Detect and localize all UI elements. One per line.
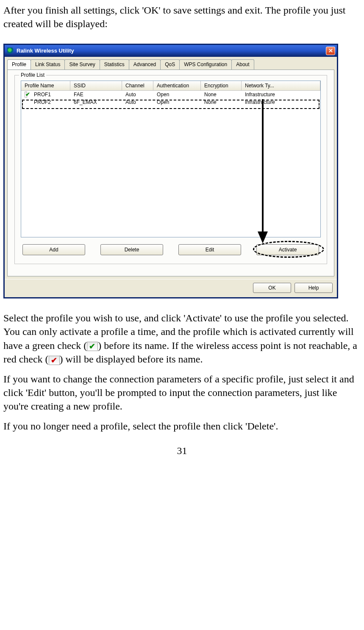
tab-advanced[interactable]: Advanced bbox=[129, 59, 161, 70]
page-number: 31 bbox=[3, 444, 361, 457]
table-row[interactable]: PROF2 6F_EMAX Auto Open None Infrastruct… bbox=[21, 98, 320, 106]
activate-button[interactable]: Activate bbox=[256, 244, 319, 255]
intro-paragraph: After you finish all settings, click 'OK… bbox=[3, 3, 361, 31]
active-check-icon bbox=[21, 92, 31, 98]
app-icon bbox=[7, 47, 14, 54]
cell-auth: Open bbox=[153, 99, 201, 106]
tab-link-status[interactable]: Link Status bbox=[31, 59, 65, 70]
titlebar: Ralink Wireless Utility ✕ bbox=[5, 45, 337, 57]
paragraph-2: Select the profile you wish to use, and … bbox=[3, 311, 361, 366]
edit-button[interactable]: Edit bbox=[178, 244, 241, 255]
ralink-window: Ralink Wireless Utility ✕ Profile Link S… bbox=[3, 44, 338, 298]
profile-listview[interactable]: Profile Name SSID Channel Authentication… bbox=[21, 81, 321, 237]
tab-about[interactable]: About bbox=[231, 59, 254, 70]
add-button[interactable]: Add bbox=[22, 244, 85, 255]
cell-profile-name: PROF1 bbox=[31, 91, 70, 98]
cell-ssid: FAE bbox=[70, 91, 122, 98]
tab-statistics[interactable]: Statistics bbox=[100, 59, 129, 70]
tab-qos[interactable]: QoS bbox=[160, 59, 180, 70]
ok-button[interactable]: OK bbox=[253, 283, 291, 293]
listview-header: Profile Name SSID Channel Authentication… bbox=[21, 81, 320, 91]
cell-ssid: 6F_EMAX bbox=[70, 99, 122, 106]
col-encryption[interactable]: Encryption bbox=[201, 81, 242, 90]
cell-channel: Auto bbox=[122, 99, 153, 106]
cell-profile-name: PROF2 bbox=[31, 99, 70, 106]
profile-buttons-row: Add Delete Edit Activate bbox=[21, 244, 321, 255]
col-channel[interactable]: Channel bbox=[122, 81, 153, 90]
col-ssid[interactable]: SSID bbox=[70, 81, 122, 90]
close-icon[interactable]: ✕ bbox=[326, 47, 335, 55]
profile-list-groupbox: Profile List Profile Name SSID Channel A… bbox=[14, 75, 327, 264]
groupbox-label: Profile List bbox=[19, 72, 46, 78]
paragraph-3: If you want to change the connection par… bbox=[3, 372, 361, 413]
cell-enc: None bbox=[201, 91, 242, 98]
col-profile-name[interactable]: Profile Name bbox=[21, 81, 70, 90]
dialog-buttons: OK Help bbox=[5, 279, 337, 297]
red-check-icon bbox=[49, 356, 60, 365]
text: ) will be displayed before its name. bbox=[60, 354, 203, 365]
tab-wps[interactable]: WPS Configuration bbox=[179, 59, 232, 70]
col-auth[interactable]: Authentication bbox=[153, 81, 201, 90]
delete-button[interactable]: Delete bbox=[100, 244, 163, 255]
cell-net: Infrastructure bbox=[242, 91, 320, 98]
table-row[interactable]: PROF1 FAE Auto Open None Infrastructure bbox=[21, 91, 320, 98]
help-button[interactable]: Help bbox=[295, 283, 333, 293]
cell-enc: None bbox=[201, 99, 242, 106]
window-title: Ralink Wireless Utility bbox=[17, 47, 326, 55]
paragraph-4: If you no longer need a profile, select … bbox=[3, 419, 361, 433]
tab-profile[interactable]: Profile bbox=[7, 59, 31, 70]
col-network-type[interactable]: Network Ty... bbox=[242, 81, 320, 90]
listview-rows: PROF1 FAE Auto Open None Infrastructure … bbox=[21, 91, 320, 106]
tab-panel: Profile List Profile Name SSID Channel A… bbox=[7, 70, 334, 276]
cell-auth: Open bbox=[153, 91, 201, 98]
green-check-icon bbox=[87, 342, 98, 351]
cell-channel: Auto bbox=[122, 91, 153, 98]
tabstrip: Profile Link Status Site Survey Statisti… bbox=[5, 57, 337, 70]
tab-site-survey[interactable]: Site Survey bbox=[64, 59, 100, 70]
cell-net: Infrastructure bbox=[242, 99, 320, 106]
